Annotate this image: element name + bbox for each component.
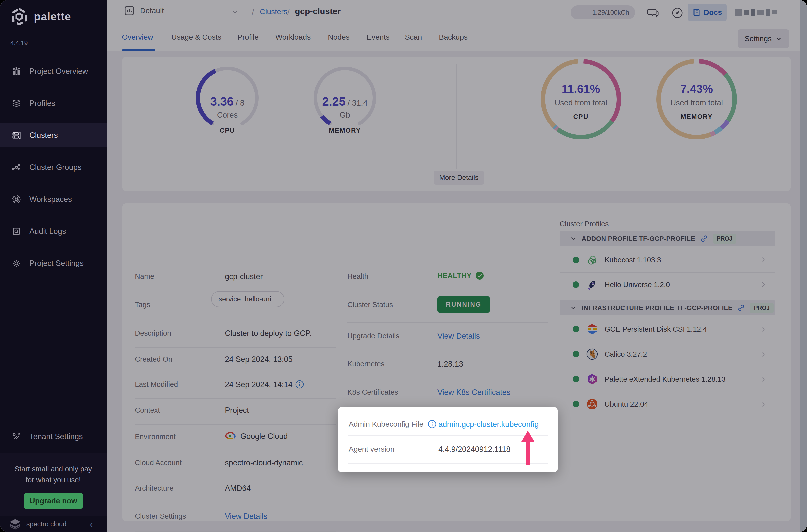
sidebar-item-label: Cluster Groups: [30, 163, 81, 172]
app-window: palette 4.4.19 Project Overview Profiles…: [0, 0, 807, 532]
palette-logo: palette: [10, 7, 71, 26]
sidebar-item-project-settings[interactable]: Project Settings: [0, 251, 107, 275]
sidebar-item-profiles[interactable]: Profiles: [0, 91, 107, 115]
app-version: 4.4.19: [11, 39, 28, 47]
divider: [348, 463, 548, 464]
sidebar-item-label: Project Settings: [30, 259, 84, 268]
layers-icon: [12, 99, 21, 108]
info-icon[interactable]: [428, 419, 437, 429]
network-icon: [12, 163, 21, 172]
sidebar-item-workspaces[interactable]: Workspaces: [0, 187, 107, 211]
sidebar-item-label: Workspaces: [30, 195, 72, 204]
sidebar: palette 4.4.19 Project Overview Profiles…: [0, 0, 107, 532]
field-label: Admin Kubeconfig File: [349, 419, 437, 429]
palette-logo-icon: [10, 7, 29, 26]
brand-text: spectro cloud: [26, 520, 67, 528]
logo-text: palette: [34, 11, 71, 23]
upgrade-promo: Start small and only pay for what you us…: [0, 453, 107, 516]
sidebar-item-label: Project Overview: [30, 67, 88, 76]
sidebar-item-label: Profiles: [30, 99, 55, 108]
audit-log-icon: [12, 227, 21, 236]
sidebar-item-project-overview[interactable]: Project Overview: [0, 59, 107, 83]
divider: [348, 435, 548, 436]
promo-line-2: for what you use!: [0, 474, 107, 485]
admin-kubeconfig-link[interactable]: admin.gcp-cluster.kubeconfig: [438, 420, 539, 429]
sidebar-item-audit-logs[interactable]: Audit Logs: [0, 219, 107, 243]
sidebar-item-cluster-groups[interactable]: Cluster Groups: [0, 155, 107, 179]
sidebar-item-label: Tenant Settings: [30, 432, 83, 441]
sidebar-item-label: Clusters: [30, 131, 58, 140]
orbit-icon: [12, 195, 21, 204]
tutorial-arrow: [519, 430, 537, 465]
clusters-icon: [12, 131, 21, 140]
collapse-sidebar-icon[interactable]: ‹: [90, 519, 93, 529]
sidebar-item-tenant-settings[interactable]: Tenant Settings: [0, 424, 107, 449]
agent-version-value: 4.4.9/20240912.1118: [438, 445, 510, 454]
chart-icon: [12, 67, 21, 76]
gear-icon: [12, 259, 21, 268]
field-label: Agent version: [349, 445, 394, 453]
tools-icon: [12, 432, 21, 441]
sidebar-item-clusters[interactable]: Clusters: [0, 124, 107, 147]
upgrade-now-button[interactable]: Upgrade now: [24, 493, 83, 509]
sidebar-footer: spectro cloud ‹: [0, 516, 107, 532]
sidebar-item-label: Audit Logs: [30, 227, 66, 236]
spectro-cloud-logo: [7, 518, 23, 530]
promo-line-1: Start small and only pay: [0, 463, 107, 474]
